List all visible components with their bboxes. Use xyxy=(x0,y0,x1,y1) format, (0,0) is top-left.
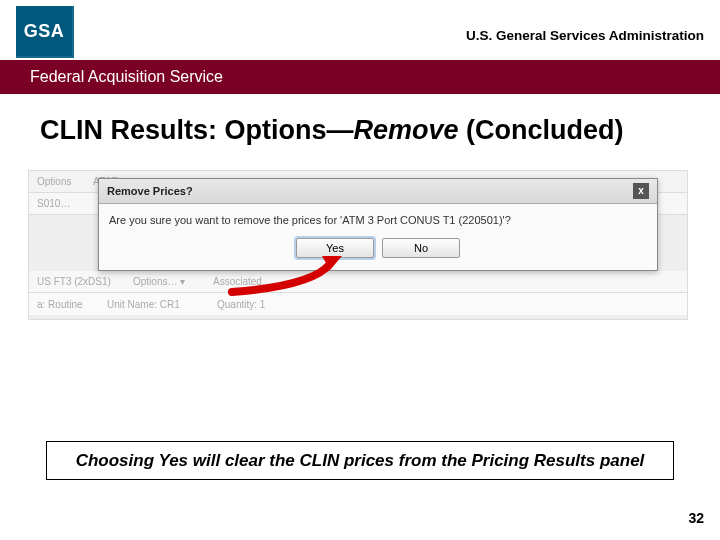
bg-cell: Quantity: 1 xyxy=(217,299,265,310)
bg-cell: Associated… xyxy=(213,276,272,287)
service-band-label: Federal Acquisition Service xyxy=(30,68,223,86)
agency-name: U.S. General Services Administration xyxy=(466,6,704,43)
gsa-logo: GSA xyxy=(16,6,74,58)
bg-cell: US FT3 (2xDS1) xyxy=(37,276,123,287)
remove-prices-dialog: Remove Prices? x Are you sure you want t… xyxy=(98,178,658,271)
bg-row: a: Routine Unit Name: CR1 Quantity: 1 xyxy=(29,293,687,315)
title-italic: Remove xyxy=(354,115,459,145)
dialog-message: Are you sure you want to remove the pric… xyxy=(99,204,657,232)
dialog-title-text: Remove Prices? xyxy=(107,185,193,197)
bg-cell: Options xyxy=(37,176,83,187)
page-number: 32 xyxy=(688,510,704,526)
title-part1: CLIN Results: Options— xyxy=(40,115,354,145)
title-part2: (Concluded) xyxy=(459,115,624,145)
bg-cell: Unit Name: CR1 xyxy=(107,299,207,310)
yes-button[interactable]: Yes xyxy=(296,238,374,258)
service-band: Federal Acquisition Service xyxy=(0,60,720,94)
dialog-buttons: Yes No xyxy=(99,232,657,270)
caption-text: Choosing Yes will clear the CLIN prices … xyxy=(76,451,645,470)
slide-title: CLIN Results: Options—Remove (Concluded) xyxy=(0,94,720,150)
close-icon[interactable]: x xyxy=(633,183,649,199)
no-button[interactable]: No xyxy=(382,238,460,258)
bg-cell: S010… xyxy=(37,198,83,209)
embedded-screenshot: Options AT&T S010… US FT3 (2xDS1) Option… xyxy=(28,170,688,320)
bg-cell: Options… ▾ xyxy=(133,276,203,287)
dialog-titlebar: Remove Prices? x xyxy=(99,179,657,204)
bg-cell: a: Routine xyxy=(37,299,97,310)
bg-row: US FT3 (2xDS1) Options… ▾ Associated… xyxy=(29,271,687,293)
caption-box: Choosing Yes will clear the CLIN prices … xyxy=(46,441,674,480)
